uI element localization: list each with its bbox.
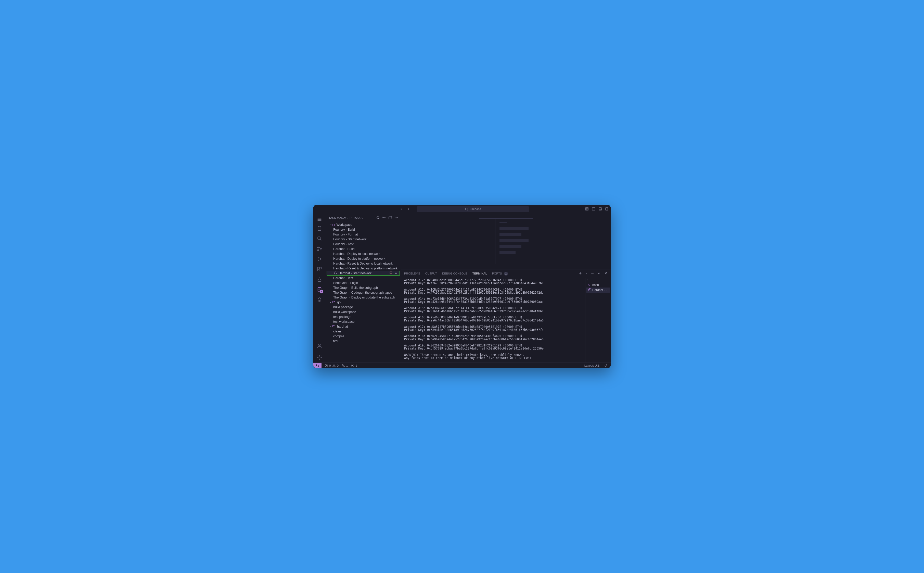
task-item-label: Foundry - Test: [333, 243, 354, 246]
refresh-icon[interactable]: [376, 216, 380, 220]
task-item[interactable]: build package: [326, 305, 401, 310]
testing-icon[interactable]: [313, 274, 326, 285]
task-item-label: Hardhat - Build: [333, 247, 354, 251]
task-item[interactable]: Foundry - Build: [326, 227, 401, 232]
svg-rect-23: [390, 272, 392, 274]
tab-debug-console[interactable]: DEBUG CONSOLE: [442, 272, 467, 275]
task-item-label: test package: [333, 315, 351, 319]
tab-problems[interactable]: PROBLEMS: [404, 272, 420, 275]
svg-point-9: [317, 247, 319, 248]
task-item[interactable]: The Graph - Build the subgraph: [326, 285, 401, 290]
status-ports[interactable]: 1: [342, 364, 348, 367]
status-errors-count: 0: [329, 364, 331, 367]
task-group[interactable]: hardhat: [326, 324, 401, 329]
svg-point-26: [593, 273, 594, 274]
task-item[interactable]: The Graph - Codegen the subgraph types: [326, 290, 401, 295]
activity-bar: 1: [313, 213, 326, 363]
new-terminal-icon[interactable]: [579, 271, 582, 276]
remote-indicator[interactable]: [313, 363, 322, 368]
sidebar-header: TASK MANAGER: TASKS: [326, 213, 401, 222]
run-debug-icon[interactable]: [313, 254, 326, 264]
task-item[interactable]: Hardhat - Start network: [326, 271, 400, 276]
task-item[interactable]: compile: [326, 334, 401, 338]
tab-terminal[interactable]: TERMINAL: [473, 272, 487, 276]
nav-forward-icon[interactable]: [407, 207, 410, 211]
command-center[interactable]: usecase: [417, 206, 529, 212]
task-item[interactable]: Hardhat - Deploy to local network: [326, 251, 401, 256]
menu-icon[interactable]: [313, 216, 326, 223]
svg-point-24: [591, 273, 592, 274]
svg-point-0: [465, 208, 467, 210]
search-activity-icon[interactable]: [313, 233, 326, 244]
status-warnings-count: 0: [337, 364, 338, 367]
layout-sidebar-left-icon[interactable]: [592, 207, 595, 211]
task-item[interactable]: Hardhat - Reset & Deploy to local networ…: [326, 261, 401, 266]
task-item[interactable]: test package: [326, 314, 401, 319]
panel-maximize-icon[interactable]: [598, 271, 601, 276]
status-radio-count: 1: [356, 364, 357, 367]
sidebar-title: TASK MANAGER: TASKS: [329, 216, 362, 219]
genie-icon[interactable]: [313, 295, 326, 305]
svg-point-18: [384, 217, 384, 218]
task-group[interactable]: { }Workspace: [326, 222, 401, 227]
explorer-icon[interactable]: [313, 223, 326, 233]
task-item[interactable]: Foundry - Test: [326, 242, 401, 246]
task-item[interactable]: The Graph - Deploy or update the subgrap…: [326, 295, 401, 300]
svg-point-29: [344, 366, 345, 366]
task-item-label: Foundry - Format: [333, 233, 358, 236]
task-item[interactable]: Hardhat - Test: [326, 276, 401, 280]
status-warnings[interactable]: 0: [332, 364, 338, 367]
svg-rect-14: [318, 269, 319, 271]
terminal-dropdown-icon[interactable]: [585, 272, 588, 275]
status-errors[interactable]: 0: [325, 364, 331, 367]
svg-point-20: [395, 218, 395, 218]
settings-gear-icon[interactable]: [313, 352, 326, 363]
source-control-icon[interactable]: [313, 244, 326, 254]
task-group-label: hardhat: [337, 325, 348, 328]
terminal-more-icon[interactable]: [591, 271, 594, 276]
tab-output[interactable]: OUTPUT: [425, 272, 437, 275]
task-item[interactable]: Hardhat - Build: [326, 246, 401, 251]
task-item[interactable]: Hardhat - Reset & Deploy to platform net…: [326, 266, 401, 271]
search-icon: [465, 207, 468, 211]
task-item[interactable]: test workspace: [326, 319, 401, 324]
terminal-drag-handle[interactable]: ⠿: [587, 279, 587, 282]
task-item[interactable]: build workspace: [326, 310, 401, 314]
terminal-output[interactable]: Account #12: 0xFABB0ac9d68B0B445bF735727…: [401, 277, 585, 363]
tab-ports[interactable]: PORTS 1: [492, 272, 508, 276]
task-item-label: Hardhat - Reset & Deploy to local networ…: [333, 262, 393, 265]
task-item[interactable]: Foundry - Format: [326, 232, 401, 237]
collapse-icon[interactable]: [388, 216, 392, 220]
restart-icon[interactable]: [395, 271, 398, 275]
task-group[interactable]: go: [326, 300, 401, 305]
stop-icon[interactable]: [389, 271, 392, 275]
status-radio[interactable]: 1: [351, 364, 357, 367]
status-layout[interactable]: Layout: U.S.: [584, 364, 601, 367]
task-manager-icon[interactable]: 1: [313, 285, 326, 295]
extensions-icon[interactable]: [313, 264, 326, 274]
more-icon[interactable]: [395, 216, 398, 220]
bell-icon[interactable]: [604, 363, 607, 368]
layout-panel-bottom-icon[interactable]: [598, 207, 602, 211]
ports-icon: [342, 364, 345, 367]
terminal-item-label: bash: [592, 283, 599, 287]
account-icon[interactable]: [313, 341, 326, 351]
task-item[interactable]: SettleMint - Login: [326, 280, 401, 285]
task-item[interactable]: clean: [326, 329, 401, 334]
layout-sidebar-right-icon[interactable]: [605, 207, 609, 211]
task-item[interactable]: Foundry - Start network: [326, 237, 401, 242]
nav-back-icon[interactable]: [400, 207, 403, 211]
layout-grid-icon[interactable]: [585, 207, 589, 211]
ports-badge: 1: [504, 272, 508, 276]
task-item[interactable]: test: [326, 338, 401, 343]
terminal-item-bash[interactable]: bash: [587, 282, 610, 288]
panel-close-icon[interactable]: [604, 271, 607, 276]
task-item-label: The Graph - Codegen the subgraph types: [333, 291, 392, 294]
gear-icon[interactable]: [382, 216, 386, 220]
svg-point-8: [318, 237, 320, 240]
task-item[interactable]: Hardhat - Deploy to platform network: [326, 256, 401, 261]
svg-rect-5: [592, 207, 595, 210]
status-ports-count: 1: [346, 364, 348, 367]
task-group-label: go: [337, 301, 341, 304]
terminal-item-hardhat[interactable]: Hardhat - ...: [587, 288, 610, 293]
